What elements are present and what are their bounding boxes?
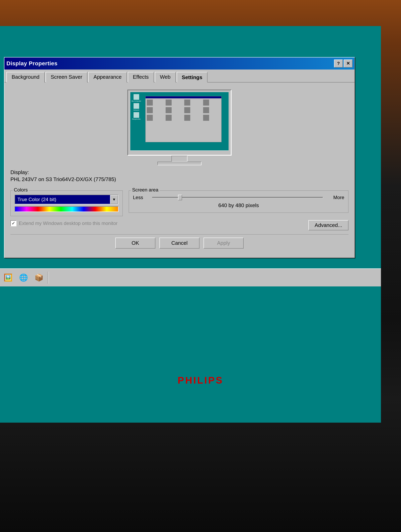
slider-thumb[interactable] [178, 195, 182, 200]
tab-screensaver[interactable]: Screen Saver [45, 72, 88, 82]
mini-window [145, 96, 221, 142]
more-label: More [326, 195, 344, 200]
checkbox-advanced-row: ✓ Extend my Windows desktop onto this mo… [10, 220, 349, 230]
taskbar-icon-2[interactable]: 🌐 [17, 271, 30, 284]
less-label: Less [133, 195, 149, 200]
dialog-content: My Computer Network Recycle Bin [4, 82, 355, 258]
extend-desktop-checkbox[interactable]: ✓ [10, 220, 16, 226]
help-button[interactable]: ? [334, 59, 343, 68]
monitor-screen: My Computer Network Recycle Bin [130, 92, 229, 153]
display-value: PHL 243V7 on S3 Trio64V2-DX/GX (775/785) [10, 176, 349, 183]
mini-taskbar [130, 150, 229, 153]
color-selected: True Color (24 bit) [15, 195, 110, 204]
monitor-stand [171, 156, 188, 162]
display-label: Display: [10, 169, 349, 176]
settings-row: Colors True Color (24 bit) ▼ [10, 186, 349, 216]
screen-area-group-box: Screen area Less More 640 by 480 pixels [129, 190, 349, 213]
color-bar-wrapper [15, 206, 118, 212]
colors-group-label: Colors [13, 187, 29, 193]
taskbar-separator [48, 272, 49, 284]
color-dropdown-wrapper[interactable]: True Color (24 bit) ▼ [15, 195, 118, 204]
apply-button[interactable]: Apply [203, 238, 244, 249]
colors-section: Colors True Color (24 bit) ▼ [10, 190, 123, 216]
tab-settings[interactable]: Settings [177, 72, 208, 82]
ok-button[interactable]: OK [115, 238, 155, 249]
tab-effects[interactable]: Effects [128, 72, 154, 82]
resolution-text: 640 by 480 pixels [133, 202, 344, 209]
tab-bar: Background Screen Saver Appearance Effec… [4, 70, 355, 82]
dropdown-arrow-icon[interactable]: ▼ [110, 195, 118, 204]
monitor-screen-frame: My Computer Network Recycle Bin [127, 89, 232, 156]
monitor-base [157, 162, 201, 165]
advanced-button[interactable]: Advanced... [308, 220, 349, 230]
taskbar: 🖼️ 🌐 📦 [0, 268, 381, 286]
screen-area-group-label: Screen area [131, 187, 160, 193]
tab-web[interactable]: Web [155, 72, 176, 82]
tab-appearance[interactable]: Appearance [88, 72, 127, 82]
screen-area-section: Screen area Less More 640 by 480 pixels [129, 190, 349, 213]
close-button[interactable]: ✕ [344, 59, 352, 68]
dialog-title: Display Properties [6, 60, 58, 67]
display-info: Display: PHL 243V7 on S3 Trio64V2-DX/GX … [10, 169, 349, 183]
monitor-stand-area [127, 156, 232, 165]
taskbar-icon-3[interactable]: 📦 [32, 271, 45, 284]
extend-desktop-label: Extend my Windows desktop onto this moni… [19, 221, 117, 226]
color-bar [15, 207, 118, 211]
display-properties-dialog: Display Properties ? ✕ Background Screen… [4, 57, 355, 258]
desktop: Display Properties ? ✕ Background Screen… [0, 26, 381, 423]
monitor-preview: My Computer Network Recycle Bin [127, 88, 232, 165]
extend-desktop-row: ✓ Extend my Windows desktop onto this mo… [10, 220, 117, 226]
taskbar-icon-1[interactable]: 🖼️ [2, 271, 15, 284]
monitor-preview-container: My Computer Network Recycle Bin [10, 88, 349, 165]
resolution-slider[interactable] [152, 197, 323, 198]
colors-group-box: Colors True Color (24 bit) ▼ [10, 190, 123, 216]
title-bar-buttons: ? ✕ [334, 59, 352, 68]
tab-background[interactable]: Background [6, 72, 45, 82]
philips-logo: PHILIPS [178, 375, 224, 386]
mini-icon-1: My Computer [131, 94, 141, 102]
cancel-button[interactable]: Cancel [159, 238, 200, 249]
mini-icon-2: Network [131, 103, 141, 111]
mini-icon-3: Recycle Bin [131, 112, 141, 120]
bottom-buttons: OK Cancel Apply [10, 234, 349, 253]
slider-row: Less More [133, 195, 344, 200]
title-bar: Display Properties ? ✕ [4, 57, 355, 70]
